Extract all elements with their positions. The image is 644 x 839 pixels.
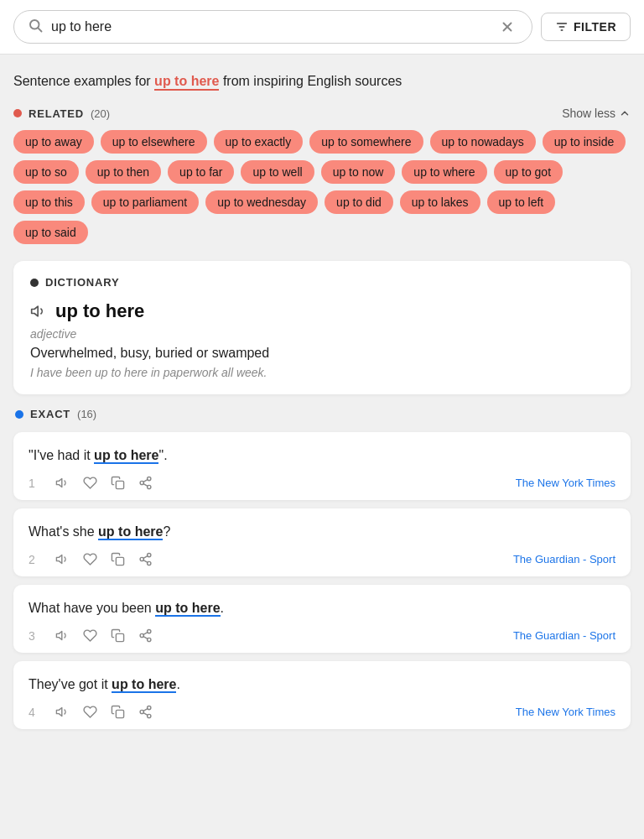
sentence-footer: 4The New York Times — [29, 705, 615, 719]
sentence-text: "I've had it up to here". — [29, 446, 615, 466]
svg-line-21 — [143, 556, 148, 559]
related-left: RELATED (20) — [13, 107, 110, 120]
sentence-like-button[interactable] — [83, 628, 97, 643]
sentences-container: "I've had it up to here".1The New York T… — [13, 432, 631, 729]
exact-header: EXACT (16) — [13, 408, 631, 420]
sentence-footer: 1The New York Times — [29, 476, 615, 490]
svg-rect-9 — [116, 481, 123, 488]
sentence-text: What's she up to here? — [29, 522, 615, 542]
related-tag[interactable]: up to then — [86, 160, 161, 184]
sentence-highlight: up to here — [94, 448, 158, 464]
sentence-speaker-button[interactable] — [55, 476, 70, 490]
show-less-label: Show less — [562, 107, 615, 120]
search-input[interactable]: up to here — [51, 19, 488, 34]
filter-button[interactable]: FILTER — [541, 13, 631, 41]
show-less-button[interactable]: Show less — [562, 107, 631, 120]
svg-line-35 — [143, 709, 148, 711]
sentence-number: 1 — [29, 477, 35, 490]
dictionary-title: up to here — [55, 300, 144, 322]
related-tag[interactable]: up to somewhere — [309, 130, 423, 154]
svg-line-1 — [38, 28, 41, 31]
svg-line-20 — [143, 560, 148, 563]
sentence-number: 2 — [29, 553, 35, 566]
related-tag[interactable]: up to now — [321, 160, 396, 184]
sentence-like-button[interactable] — [83, 705, 97, 719]
svg-line-27 — [143, 637, 148, 639]
sentence-source[interactable]: The New York Times — [516, 477, 615, 489]
related-tag[interactable]: up to lakes — [400, 190, 480, 214]
related-tag[interactable]: up to said — [13, 221, 88, 244]
sentence-source[interactable]: The Guardian - Sport — [513, 629, 615, 642]
sentence-copy-button[interactable] — [111, 552, 125, 566]
sentence-footer: 3The Guardian - Sport — [29, 628, 615, 643]
related-tag[interactable]: up to so — [13, 160, 79, 184]
filter-label: FILTER — [574, 20, 616, 34]
svg-marker-7 — [32, 306, 39, 316]
sentence-speaker-button[interactable] — [55, 552, 70, 566]
related-count: (20) — [91, 107, 110, 120]
related-tag[interactable]: up to nowadays — [430, 130, 536, 154]
related-tag[interactable]: up to far — [168, 160, 234, 184]
sentence-footer: 2The Guardian - Sport — [29, 552, 615, 566]
dict-title-row: up to here — [30, 300, 614, 322]
related-tag[interactable]: up to away — [13, 130, 94, 154]
sentence-highlight: up to here — [98, 524, 163, 540]
sentence-speaker-button[interactable] — [55, 705, 70, 719]
sentence-card: They've got it up to here.4The New York … — [13, 661, 631, 729]
svg-rect-30 — [116, 710, 123, 717]
exact-section-label: EXACT — [30, 408, 70, 420]
sentence-share-button[interactable] — [138, 552, 153, 566]
svg-marker-15 — [56, 555, 61, 564]
related-tag[interactable]: up to exactly — [214, 130, 304, 154]
clear-button[interactable] — [496, 19, 518, 34]
sentence-card: What have you been up to here.3The Guard… — [13, 585, 631, 653]
related-tag[interactable]: up to parliament — [91, 190, 199, 214]
svg-marker-8 — [56, 479, 61, 487]
related-dot — [13, 109, 22, 117]
sentence-text: What have you been up to here. — [29, 598, 615, 618]
exact-section: EXACT (16) "I've had it up to here".1The… — [13, 408, 631, 729]
sentence-source[interactable]: The Guardian - Sport — [513, 553, 615, 565]
related-tag[interactable]: up to left — [487, 190, 556, 214]
related-header: RELATED (20) Show less — [13, 107, 631, 120]
sentence-actions: 3 — [29, 628, 153, 643]
sentence-copy-button[interactable] — [111, 628, 125, 643]
search-bar-wrapper: up to here FILTER — [0, 0, 644, 55]
sentence-like-button[interactable] — [83, 476, 97, 490]
main-content: Sentence examples for up to here from in… — [0, 55, 644, 754]
related-tag[interactable]: up to wednesday — [205, 190, 318, 214]
sentence-actions: 2 — [29, 552, 153, 566]
related-tag[interactable]: up to got — [494, 160, 564, 184]
sentence-share-button[interactable] — [138, 628, 153, 643]
svg-marker-29 — [56, 708, 61, 717]
related-tag[interactable]: up to elsewhere — [101, 130, 207, 154]
sentence-actions: 1 — [29, 476, 153, 490]
related-tag[interactable]: up to inside — [543, 130, 626, 154]
dictionary-section-label: DICTIONARY — [45, 276, 119, 289]
sentence-highlight: up to here — [112, 677, 176, 693]
dictionary-example: I have been up to here in paperwork all … — [30, 366, 614, 379]
related-tag[interactable]: up to this — [13, 190, 85, 214]
sentence-actions: 4 — [29, 705, 153, 719]
svg-marker-22 — [56, 632, 61, 640]
related-tag[interactable]: up to well — [241, 160, 314, 184]
dictionary-pos: adjective — [30, 327, 614, 341]
sentence-speaker-button[interactable] — [55, 628, 70, 643]
sentence-source[interactable]: The New York Times — [516, 706, 615, 718]
sentence-share-button[interactable] — [138, 476, 153, 490]
svg-rect-16 — [116, 557, 123, 565]
sentence-share-button[interactable] — [138, 705, 153, 719]
sentence-copy-button[interactable] — [111, 705, 125, 719]
related-label: RELATED — [29, 107, 84, 120]
dictionary-card: DICTIONARY up to here adjective Overwhel… — [13, 261, 631, 394]
related-tag[interactable]: up to where — [402, 160, 486, 184]
headline-highlight: up to here — [154, 74, 219, 91]
exact-dot — [15, 410, 23, 419]
exact-count: (16) — [77, 408, 96, 420]
related-tag[interactable]: up to did — [325, 190, 393, 214]
sentence-like-button[interactable] — [83, 552, 97, 566]
tags-container: up to awayup to elsewhereup to exactlyup… — [13, 130, 631, 244]
sentence-card: What's she up to here?2The Guardian - Sp… — [13, 508, 631, 576]
speaker-button[interactable] — [30, 303, 47, 320]
sentence-copy-button[interactable] — [111, 476, 125, 490]
